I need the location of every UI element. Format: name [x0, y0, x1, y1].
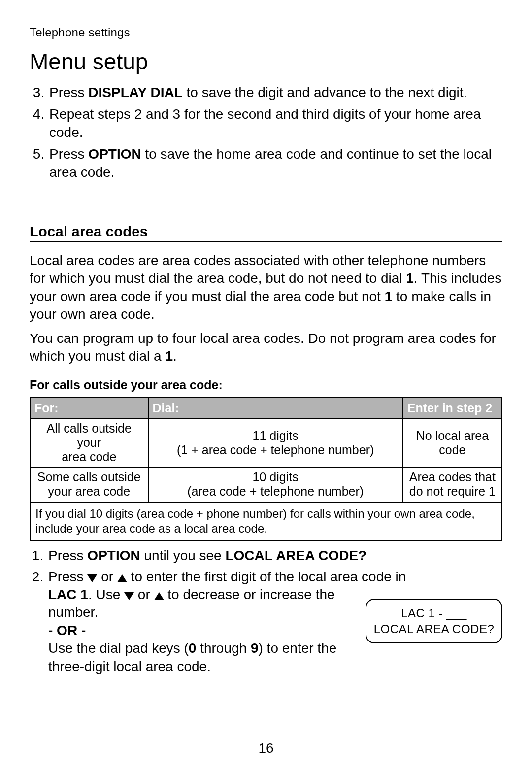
step-b2: Press or to enter the first digit of the… [47, 568, 502, 675]
step-b1: Press OPTION until you see LOCAL AREA CO… [47, 547, 502, 565]
or-separator: - OR - [48, 622, 357, 640]
key-display-dial: DISPLAY DIAL [88, 85, 182, 100]
cell-for: Some calls outside your area code [30, 468, 148, 502]
key-option: OPTION [88, 146, 141, 162]
th-for: For: [30, 398, 148, 419]
display-line-1: LAC 1 - ___ [370, 606, 498, 621]
step-b2-body: LAC 1. Use or to decrease or increase th… [48, 586, 357, 675]
cell-for: All calls outside your area code [30, 419, 148, 468]
table-header-row: For: Dial: Enter in step 2 [30, 398, 502, 419]
triangle-up-icon [154, 592, 164, 600]
step-5: Press OPTION to save the home area code … [48, 145, 502, 181]
steps-top: Press DISPLAY DIAL to save the digit and… [30, 84, 502, 181]
paragraph-1: Local area codes are area codes associat… [30, 252, 502, 324]
phone-display-box: LAC 1 - ___ LOCAL AREA CODE? [366, 599, 502, 643]
th-dial: Dial: [148, 398, 403, 419]
section-heading-local-area-codes: Local area codes [30, 224, 502, 242]
table-caption: For calls outside your area code: [30, 378, 502, 392]
breadcrumb: Telephone settings [30, 26, 502, 39]
triangle-up-icon [117, 574, 127, 582]
cell-enter: No local area code [403, 419, 502, 468]
manual-page: Telephone settings Menu setup Press DISP… [0, 0, 532, 776]
display-line-2: LOCAL AREA CODE? [370, 621, 498, 637]
triangle-down-icon [124, 592, 134, 600]
step-4: Repeat steps 2 and 3 for the second and … [48, 105, 502, 141]
table-note-row: If you dial 10 digits (area code + phone… [30, 502, 502, 540]
steps-bottom: Press OPTION until you see LOCAL AREA CO… [30, 547, 502, 675]
table-row: All calls outside your area code 11 digi… [30, 419, 502, 468]
triangle-down-icon [87, 574, 97, 582]
th-enter: Enter in step 2 [403, 398, 502, 419]
paragraph-2: You can program up to four local area co… [30, 330, 502, 366]
page-title: Menu setup [30, 48, 502, 75]
key-option: OPTION [87, 548, 140, 563]
cell-dial: 10 digits (area code + telephone number) [148, 468, 403, 502]
table-note: If you dial 10 digits (area code + phone… [30, 502, 502, 540]
step-3: Press DISPLAY DIAL to save the digit and… [48, 84, 502, 101]
cell-enter: Area codes that do not require 1 [403, 468, 502, 502]
area-code-table: For: Dial: Enter in step 2 All calls out… [30, 397, 502, 541]
cell-dial: 11 digits (1 + area code + telephone num… [148, 419, 403, 468]
prompt-local-area-code: LOCAL AREA CODE? [225, 548, 366, 563]
page-number: 16 [0, 741, 532, 756]
table-row: Some calls outside your area code 10 dig… [30, 468, 502, 502]
